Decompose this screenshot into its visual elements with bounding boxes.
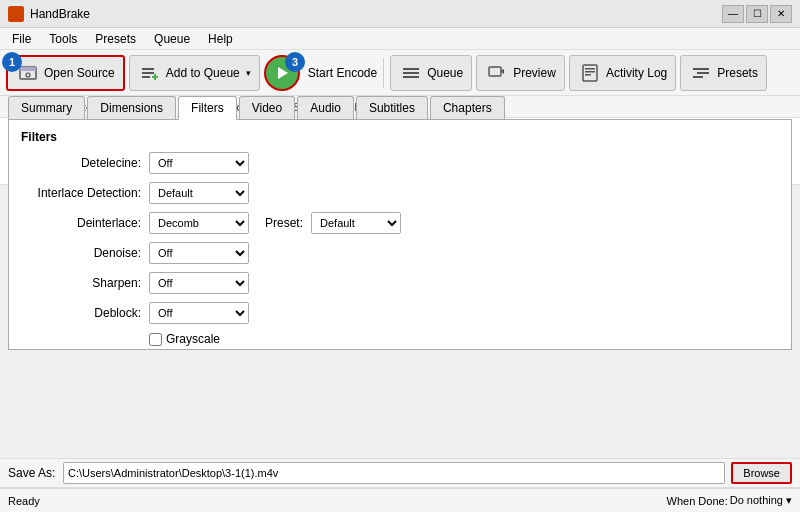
activity-log-icon [578,61,602,85]
sharpen-row: Sharpen: Off [21,272,779,294]
add-queue-arrow[interactable]: ▾ [246,68,251,78]
grayscale-label: Grayscale [166,332,220,346]
svg-rect-3 [142,68,154,70]
grayscale-row: Grayscale [149,332,779,346]
minimize-button[interactable]: — [722,5,744,23]
title-bar-left: HandBrake [8,6,90,22]
badge-3: 3 [285,52,305,72]
deinterlace-preset-select[interactable]: Default [311,212,401,234]
interlace-row: Interlace Detection: Default [21,182,779,204]
filter-content: Filters Detelecine: Off Interlace Detect… [8,120,792,350]
svg-rect-20 [693,76,703,78]
app-title: HandBrake [30,7,90,21]
grayscale-checkbox[interactable] [149,333,162,346]
queue-icon [399,61,423,85]
when-done[interactable]: When Done: Do nothing ▾ [667,494,792,507]
menu-tools[interactable]: Tools [41,30,85,48]
main-content: Summary Dimensions Filters Video Audio S… [0,96,800,464]
svg-rect-15 [585,68,595,70]
deinterlace-preset-label: Preset: [265,216,303,230]
menu-bar: File Tools Presets Queue Help [0,28,800,50]
tab-filters[interactable]: Filters [178,96,237,120]
open-source-button[interactable]: Open Source [6,55,125,91]
preview-label: Preview [513,66,556,80]
badge-1: 1 [2,52,22,72]
menu-file[interactable]: File [4,30,39,48]
detelecine-row: Detelecine: Off [21,152,779,174]
denoise-label: Denoise: [21,246,141,260]
add-queue-label: Add to Queue [166,66,240,80]
preview-button[interactable]: Preview [476,55,565,91]
title-bar: HandBrake — ☐ ✕ [0,0,800,28]
svg-rect-12 [489,67,501,76]
when-done-label: When Done: [667,495,728,507]
browse-button[interactable]: Browse [731,462,792,484]
queue-label: Queue [427,66,463,80]
when-done-value[interactable]: Do nothing ▾ [730,494,792,507]
presets-icon [689,61,713,85]
svg-rect-10 [403,72,419,74]
interlace-select[interactable]: Default [149,182,249,204]
menu-presets[interactable]: Presets [87,30,144,48]
start-encode-label: Start Encode [308,66,377,80]
interlace-label: Interlace Detection: [21,186,141,200]
deinterlace-label: Deinterlace: [21,216,141,230]
maximize-button[interactable]: ☐ [746,5,768,23]
open-source-label: Open Source [44,66,115,80]
tab-video[interactable]: Video [239,96,295,119]
svg-point-2 [26,73,30,77]
detelecine-label: Detelecine: [21,156,141,170]
filters-title: Filters [21,130,779,144]
sharpen-select[interactable]: Off [149,272,249,294]
deinterlace-select[interactable]: Decomb [149,212,249,234]
tab-summary[interactable]: Summary [8,96,85,119]
status-ready: Ready [8,495,40,507]
add-to-queue-button[interactable]: Add to Queue ▾ [129,55,260,91]
svg-rect-9 [403,68,419,70]
svg-rect-14 [583,65,597,81]
tab-bar: Summary Dimensions Filters Video Audio S… [8,96,792,120]
queue-button[interactable]: Queue [390,55,472,91]
window-controls: — ☐ ✕ [722,5,792,23]
deblock-row: Deblock: Off [21,302,779,324]
tab-dimensions[interactable]: Dimensions [87,96,176,119]
svg-rect-1 [20,67,36,71]
close-button[interactable]: ✕ [770,5,792,23]
denoise-row: Denoise: Off [21,242,779,264]
separator-1 [383,58,384,88]
tab-subtitles[interactable]: Subtitles [356,96,428,119]
status-bar: Ready When Done: Do nothing ▾ [0,488,800,512]
save-bar: Save As: Browse [0,458,800,488]
tab-chapters[interactable]: Chapters [430,96,505,119]
svg-rect-17 [585,74,591,76]
toolbar: 1 Open Source Add to Queue ▾ 3 Start Enc… [0,50,800,96]
detelecine-select[interactable]: Off [149,152,249,174]
svg-rect-18 [693,68,709,70]
menu-help[interactable]: Help [200,30,241,48]
svg-rect-19 [697,72,709,74]
app-icon [8,6,24,22]
tab-audio[interactable]: Audio [297,96,354,119]
deblock-label: Deblock: [21,306,141,320]
svg-rect-16 [585,71,595,73]
deinterlace-row: Deinterlace: Decomb Preset: Default [21,212,779,234]
save-label: Save As: [8,466,63,480]
sharpen-label: Sharpen: [21,276,141,290]
menu-queue[interactable]: Queue [146,30,198,48]
deblock-select[interactable]: Off [149,302,249,324]
presets-button[interactable]: Presets [680,55,767,91]
preview-icon [485,61,509,85]
svg-rect-5 [142,76,150,78]
presets-label: Presets [717,66,758,80]
svg-rect-4 [142,72,154,74]
denoise-select[interactable]: Off [149,242,249,264]
save-path-input[interactable] [63,462,725,484]
add-queue-icon [138,61,162,85]
activity-log-label: Activity Log [606,66,667,80]
activity-log-button[interactable]: Activity Log [569,55,676,91]
svg-rect-11 [403,76,419,78]
